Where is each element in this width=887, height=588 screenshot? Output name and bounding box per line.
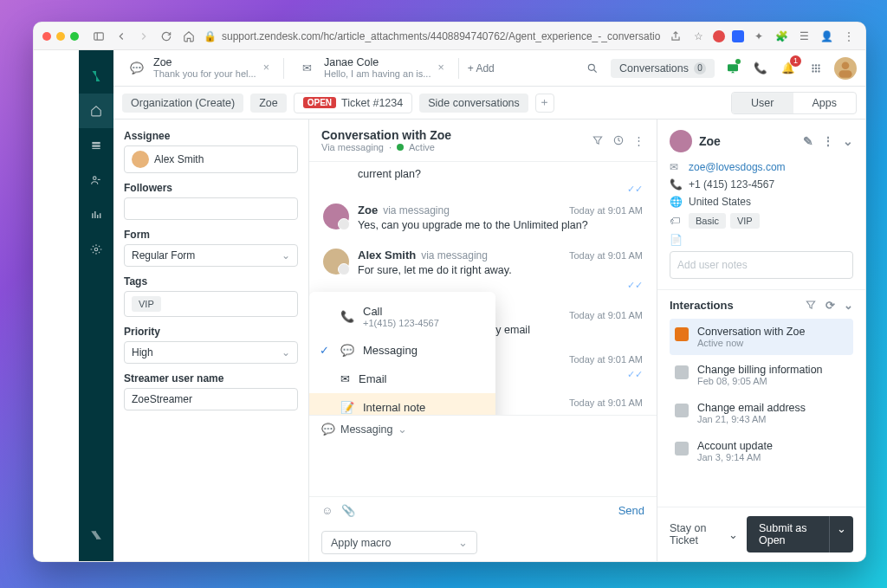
interaction-item[interactable]: Change billing informationFeb 08, 9:05 A…: [670, 357, 853, 393]
svg-point-17: [818, 70, 819, 72]
apps-grid-icon[interactable]: [806, 59, 825, 78]
nav-reporting-icon[interactable]: [79, 197, 113, 232]
user-email[interactable]: zoe@lovesdogs.com: [689, 161, 786, 173]
tab-janae[interactable]: ✉ Janae ColeHello, I am having an is... …: [293, 53, 450, 83]
history-icon[interactable]: [612, 134, 625, 147]
svg-rect-8: [728, 64, 738, 71]
back-icon[interactable]: [113, 29, 129, 44]
svg-point-16: [815, 70, 817, 72]
read-receipt-icon: ✓✓: [323, 184, 643, 195]
chevron-down-icon: ⌄: [458, 536, 468, 549]
add-side-conversation-icon[interactable]: ＋: [535, 94, 554, 113]
send-button[interactable]: Send: [618, 504, 644, 517]
chat-icon: 💬: [321, 423, 335, 436]
star-icon[interactable]: ☆: [690, 29, 706, 44]
followers-field[interactable]: [124, 197, 298, 220]
breadcrumb-org[interactable]: Organization (Create): [122, 94, 243, 113]
svg-rect-2: [92, 142, 100, 144]
nav-home-icon[interactable]: [79, 94, 113, 128]
channel-internal-note[interactable]: 📝 Internal note: [309, 393, 495, 415]
breadcrumb-ticket[interactable]: OPENTicket #1234: [294, 93, 412, 113]
assignee-field[interactable]: Alex Smith: [124, 145, 298, 173]
message-list[interactable]: current plan? ✓✓ Zoevia messagingToday a…: [309, 162, 657, 415]
phone-icon[interactable]: 📞: [751, 59, 770, 78]
attachment-icon[interactable]: 📎: [341, 504, 355, 517]
tab-user[interactable]: User: [732, 93, 793, 113]
brand-icon[interactable]: [79, 59, 113, 94]
interaction-item[interactable]: Account updateJan 3, 9:14 AM: [670, 433, 853, 469]
interaction-item[interactable]: Conversation with ZoeActive now: [670, 319, 853, 355]
maximize-window-icon[interactable]: [70, 32, 79, 41]
message: Zoevia messagingToday at 9:01 AM Yes, ca…: [323, 195, 643, 240]
chevron-down-icon: ⌄: [728, 528, 738, 541]
forward-icon[interactable]: [136, 29, 152, 44]
puzzle-icon[interactable]: 🧩: [774, 29, 789, 44]
breadcrumb-entity[interactable]: Zoe: [250, 94, 287, 113]
conversations-pill[interactable]: Conversations0: [611, 59, 715, 78]
nav-views-icon[interactable]: [79, 128, 113, 163]
channel-messaging[interactable]: ✓ 💬 Messaging: [309, 336, 495, 365]
nav-zendesk-icon[interactable]: [79, 518, 113, 552]
close-icon[interactable]: ×: [437, 61, 444, 74]
interactions-title: Interactions: [670, 299, 734, 312]
more-icon[interactable]: ⋮: [633, 134, 644, 147]
edit-icon[interactable]: ✎: [803, 134, 813, 148]
tab-zoe[interactable]: 💬 ZoeThank you for your hel... ×: [122, 53, 275, 83]
phone-icon: 📞: [670, 178, 682, 191]
messaging-icon[interactable]: [723, 59, 742, 78]
side-conversations-button[interactable]: Side conversations: [419, 94, 528, 113]
refresh-icon[interactable]: ⟳: [825, 299, 835, 312]
svg-rect-4: [92, 148, 100, 149]
composer-textarea[interactable]: [309, 443, 657, 496]
list-icon[interactable]: ☰: [796, 29, 812, 44]
sidebar-toggle-icon[interactable]: [91, 29, 107, 44]
extension-1-icon[interactable]: [713, 30, 725, 42]
filter-icon[interactable]: [805, 299, 817, 312]
macro-select[interactable]: Apply macro⌄: [321, 531, 477, 554]
nav-admin-icon[interactable]: [79, 232, 113, 267]
svg-point-5: [94, 177, 97, 180]
channel-email[interactable]: ✉ Email: [309, 365, 495, 393]
address-bar[interactable]: 🔒 support.zendesk.com/hc/article_attachm…: [204, 30, 661, 42]
filter-icon[interactable]: [592, 134, 604, 147]
add-tab-button[interactable]: + Add: [468, 62, 495, 74]
agent-avatar[interactable]: [834, 57, 857, 80]
streamer-field[interactable]: ZoeStreamer: [124, 388, 298, 410]
form-select[interactable]: Regular Form⌄: [124, 244, 298, 267]
conversation-header: Conversation with Zoe Via messaging · Ac…: [309, 120, 657, 162]
user-profile: Zoe ✎⋮⌄ ✉zoe@lovesdogs.com 📞+1 (415) 123…: [657, 120, 865, 290]
menu-icon[interactable]: ⋮: [841, 29, 857, 44]
bell-icon[interactable]: 🔔1: [779, 59, 798, 78]
home-icon[interactable]: [181, 29, 197, 44]
svg-point-11: [818, 64, 819, 66]
emoji-icon[interactable]: ☺: [321, 504, 333, 517]
channel-switcher-popup: 📞 Call+1(415) 123-4567 ✓ 💬 Messaging ✉: [309, 292, 495, 415]
more-icon[interactable]: ⋮: [822, 134, 834, 148]
nav-customers-icon[interactable]: [79, 163, 113, 197]
close-icon[interactable]: ×: [263, 61, 269, 74]
profile-icon[interactable]: 👤: [819, 29, 834, 44]
svg-point-14: [818, 67, 819, 68]
mail-icon: ✉: [670, 161, 682, 173]
extension-3-icon[interactable]: ✦: [751, 29, 767, 44]
extension-2-icon[interactable]: [732, 30, 744, 42]
minimize-window-icon[interactable]: [56, 32, 65, 41]
share-icon[interactable]: [668, 29, 683, 44]
stay-on-ticket-button[interactable]: Stay on Ticket⌄: [670, 522, 738, 546]
check-icon: ✓: [320, 344, 329, 357]
channel-selector[interactable]: 💬Messaging⌄: [309, 416, 657, 443]
submit-button[interactable]: Submit as Open⌄: [747, 516, 853, 552]
submit-dropdown-icon[interactable]: ⌄: [829, 516, 853, 552]
priority-select[interactable]: High⌄: [124, 341, 298, 364]
reload-icon[interactable]: [159, 29, 174, 44]
user-notes-input[interactable]: Add user notes: [670, 251, 853, 279]
chevron-down-icon[interactable]: ⌄: [844, 299, 853, 312]
close-window-icon[interactable]: [42, 32, 51, 41]
chevron-down-icon[interactable]: ⌄: [843, 134, 853, 148]
interaction-item[interactable]: Change email addressJan 21, 9:43 AM: [670, 395, 853, 431]
traffic-lights[interactable]: [42, 32, 79, 41]
tags-field[interactable]: VIP: [124, 291, 298, 317]
tab-apps[interactable]: Apps: [793, 93, 857, 113]
channel-call[interactable]: 📞 Call+1(415) 123-4567: [309, 297, 495, 336]
search-icon[interactable]: [583, 59, 602, 78]
